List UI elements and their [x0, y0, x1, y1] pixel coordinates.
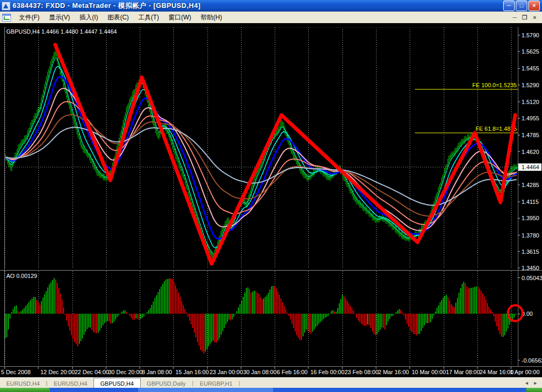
menu-window[interactable]: 窗口(W) [164, 12, 196, 24]
price-tick-label: 1.3950 [522, 215, 539, 221]
start-button-sliver[interactable] [0, 388, 50, 392]
price-tick-label: 1.4620 [522, 149, 539, 155]
time-tick-label: 23 Jan 00:00 [210, 369, 243, 375]
menu-insert[interactable]: 插入(I) [75, 12, 102, 24]
price-tick-label: 1.5790 [522, 32, 539, 38]
time-tick-label: 16 Feb 00:00 [310, 369, 345, 375]
price-axis[interactable]: 1.57901.56251.54551.52901.51201.49551.47… [518, 32, 541, 271]
chart-window-icon[interactable] [2, 14, 11, 22]
menu-bar: 文件(F) 显示(V) 插入(I) 图表(C) 工具(T) 窗口(W) 帮助(H… [0, 12, 542, 24]
price-tick-label: 1.5625 [522, 48, 539, 55]
time-tick-label: 1 Apr 00:00 [510, 369, 539, 375]
menu-tools[interactable]: 工具(T) [133, 12, 163, 24]
time-tick-label: 12 Dec 20:00 [40, 369, 75, 375]
maximize-button[interactable]: □ [516, 1, 527, 11]
tab-gbpusd-h4-active[interactable]: GBPUSD,H4 [93, 378, 141, 388]
tabs-scroll-left-icon[interactable]: ◄ [524, 380, 529, 386]
tabs-scroll-right-icon[interactable]: ► [533, 380, 538, 386]
menu-charts[interactable]: 图表(C) [103, 12, 134, 24]
tab-eurgbp-h1[interactable]: EURGBP,H1 [193, 379, 238, 388]
mdi-close-button[interactable]: × [530, 14, 539, 21]
ao-tick-label: 0.05043 [522, 275, 542, 281]
time-tick-label: 30 Jan 08:00 [243, 369, 277, 375]
title-bar[interactable]: 6384437: FXDD - MetaTrader - 模拟帐户 - [GBP… [0, 0, 542, 12]
tab-eurusd-h4-2[interactable]: EURUSD,H4 [47, 379, 93, 388]
fib-label: FE 61.8=1.4815 [475, 126, 517, 132]
time-tick-label: 17 Mar 08:00 [446, 369, 480, 375]
chart-area[interactable]: FE 100.0=1.5235FE 61.8=1.48151.57901.562… [0, 23, 542, 377]
time-tick-label: 2 Mar 16:00 [378, 369, 409, 375]
time-tick-label: 5 Dec 2008 [1, 369, 30, 375]
time-tick-label: 8 Jan 08:00 [142, 369, 172, 375]
windows-taskbar[interactable] [0, 388, 542, 392]
price-tick-label: 1.5120 [522, 99, 539, 105]
chart-tab-bar: EURUSD,H4 | EURUSD,H4 GBPUSD,H4 GBPUSD,D… [0, 377, 542, 388]
time-tick-label: 24 Mar 16:00 [480, 369, 514, 375]
menu-file[interactable]: 文件(F) [14, 12, 44, 24]
time-tick-label: 30 Dec 20:00 [108, 369, 142, 375]
price-tick-label: 1.4115 [522, 199, 539, 205]
tab-eurusd-h4-1[interactable]: EURUSD,H4 [0, 379, 46, 388]
ohlc-info-line: GBPUSD,H4 1.4466 1.4480 1.4447 1.4464 [6, 28, 117, 35]
ao-value-label: AO 0.00129 [6, 273, 37, 279]
window-title: 6384437: FXDD - MetaTrader - 模拟帐户 - [GBP… [13, 1, 201, 11]
price-tick-label: 1.4285 [522, 182, 539, 188]
metatrader-logo-icon [2, 2, 11, 11]
mdi-restore-button[interactable]: ❐ [520, 14, 529, 21]
mdi-minimize-button[interactable]: ─ [510, 14, 519, 21]
taskbar-right-sliver [526, 388, 542, 392]
price-tick-label: 1.5455 [522, 65, 539, 71]
metatrader-window: 6384437: FXDD - MetaTrader - 模拟帐户 - [GBP… [0, 0, 542, 392]
tab-separator: | [239, 380, 241, 386]
time-tick-label: 23 Feb 08:00 [345, 369, 379, 375]
close-button[interactable]: × [528, 1, 540, 11]
fib-label: FE 100.0=1.5235 [472, 82, 517, 88]
gbpusd-h4-chart[interactable]: FE 100.0=1.5235FE 61.8=1.48151.57901.562… [0, 23, 542, 377]
time-tick-label: 15 Jan 16:00 [175, 369, 209, 375]
price-tick-label: 1.4785 [522, 132, 539, 138]
ao-tick-label: -0.06562 [522, 357, 542, 364]
price-tick-label: 1.3450 [522, 265, 539, 271]
price-tick-label: 1.3615 [522, 249, 539, 255]
time-tick-label: 10 Mar 00:00 [412, 369, 446, 375]
current-price-label: 1.4464 [522, 164, 539, 170]
menu-help[interactable]: 帮助(H) [196, 12, 227, 24]
time-tick-label: 6 Feb 16:00 [277, 369, 308, 375]
taskbar-item-sliver[interactable] [138, 388, 273, 392]
price-tick-label: 1.3780 [522, 232, 539, 239]
time-tick-label: 22 Dec 04:00 [75, 369, 109, 375]
minimize-button[interactable]: ─ [503, 1, 515, 11]
price-tick-label: 1.4955 [522, 115, 539, 121]
menu-view[interactable]: 显示(V) [44, 12, 75, 24]
price-tick-label: 1.5290 [522, 82, 539, 88]
tab-gbpusd-daily[interactable]: GBPUSD,Daily [141, 379, 192, 388]
